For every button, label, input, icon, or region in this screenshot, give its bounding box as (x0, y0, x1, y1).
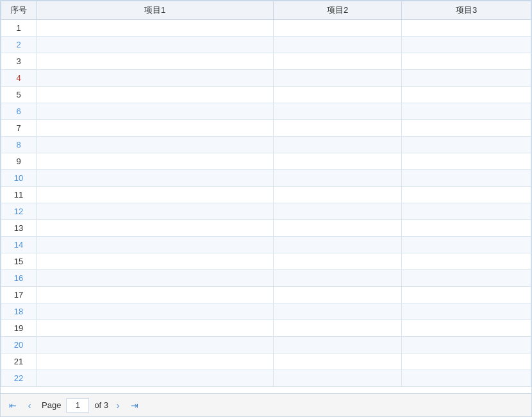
table-row: 10 (1, 170, 531, 187)
item3-cell (402, 237, 531, 253)
item1-cell (37, 170, 274, 187)
seq-cell: 21 (1, 353, 37, 370)
item3-cell (402, 220, 531, 237)
table-row: 15 (1, 253, 531, 270)
item1-cell (37, 270, 274, 287)
item2-cell (274, 137, 402, 153)
item3-cell (402, 53, 531, 70)
item3-cell (402, 287, 531, 303)
item2-cell (274, 353, 402, 370)
item2-cell (274, 37, 402, 53)
item2-cell (274, 70, 402, 87)
item1-cell (37, 320, 274, 337)
col-header-item3: 项目3 (402, 1, 531, 20)
item2-cell (274, 370, 402, 387)
item3-cell (402, 120, 531, 137)
seq-cell: 14 (1, 237, 37, 253)
item3-cell (402, 303, 531, 320)
table-row: 21 (1, 353, 531, 370)
item3-cell (402, 170, 531, 187)
item3-cell (402, 137, 531, 153)
item1-cell (37, 120, 274, 137)
table-row: 22 (1, 370, 531, 387)
item2-cell (274, 320, 402, 337)
seq-cell: 7 (1, 120, 37, 137)
seq-cell: 8 (1, 137, 37, 153)
item3-cell (402, 370, 531, 387)
seq-cell: 13 (1, 220, 37, 237)
prev-page-button[interactable]: ‹ (22, 398, 37, 413)
item2-cell (274, 103, 402, 120)
seq-cell: 16 (1, 270, 37, 287)
seq-cell: 15 (1, 253, 37, 270)
seq-cell: 20 (1, 337, 37, 353)
page-of-text: of 3 (94, 400, 108, 410)
item3-cell (402, 87, 531, 103)
item1-cell (37, 220, 274, 237)
item1-cell (37, 53, 274, 70)
item2-cell (274, 53, 402, 70)
item2-cell (274, 187, 402, 203)
table-row: 14 (1, 237, 531, 253)
last-page-button[interactable]: ⇥ (128, 398, 142, 413)
col-header-item1: 项目1 (37, 1, 274, 20)
seq-cell: 19 (1, 320, 37, 337)
seq-cell: 11 (1, 187, 37, 203)
item2-cell (274, 237, 402, 253)
item3-cell (402, 270, 531, 287)
table-row: 12 (1, 203, 531, 220)
item2-cell (274, 287, 402, 303)
page-input[interactable] (66, 398, 89, 413)
item3-cell (402, 37, 531, 53)
col-header-seq: 序号 (1, 1, 37, 20)
item2-cell (274, 253, 402, 270)
item2-cell (274, 170, 402, 187)
item2-cell (274, 20, 402, 37)
seq-cell: 9 (1, 153, 37, 170)
seq-cell: 4 (1, 70, 37, 87)
item1-cell (37, 20, 274, 37)
table-row: 2 (1, 37, 531, 53)
item1-cell (37, 187, 274, 203)
item2-cell (274, 203, 402, 220)
item1-cell (37, 37, 274, 53)
table-row: 8 (1, 137, 531, 153)
item1-cell (37, 337, 274, 353)
data-table: 序号 项目1 项目2 项目3 1234567891011121314151617… (1, 1, 531, 387)
table-row: 4 (1, 70, 531, 87)
item1-cell (37, 87, 274, 103)
table-row: 20 (1, 337, 531, 353)
table-row: 19 (1, 320, 531, 337)
seq-cell: 18 (1, 303, 37, 320)
seq-cell: 22 (1, 370, 37, 387)
item3-cell (402, 337, 531, 353)
item3-cell (402, 103, 531, 120)
item1-cell (37, 153, 274, 170)
table-row: 13 (1, 220, 531, 237)
table-row: 5 (1, 87, 531, 103)
table-wrapper: 序号 项目1 项目2 项目3 1234567891011121314151617… (1, 1, 531, 393)
item2-cell (274, 87, 402, 103)
first-page-button[interactable]: ⇤ (6, 398, 20, 413)
item3-cell (402, 353, 531, 370)
seq-cell: 17 (1, 287, 37, 303)
table-row: 17 (1, 287, 531, 303)
seq-cell: 6 (1, 103, 37, 120)
item3-cell (402, 203, 531, 220)
table-row: 11 (1, 187, 531, 203)
item3-cell (402, 320, 531, 337)
seq-cell: 5 (1, 87, 37, 103)
item1-cell (37, 237, 274, 253)
table-row: 1 (1, 20, 531, 37)
table-row: 16 (1, 270, 531, 287)
main-container: 序号 项目1 项目2 项目3 1234567891011121314151617… (0, 0, 532, 417)
item1-cell (37, 353, 274, 370)
table-row: 3 (1, 53, 531, 70)
item1-cell (37, 203, 274, 220)
item1-cell (37, 70, 274, 87)
next-page-button[interactable]: › (111, 398, 125, 413)
table-header-row: 序号 项目1 项目2 项目3 (1, 1, 531, 20)
table-row: 18 (1, 303, 531, 320)
item1-cell (37, 137, 274, 153)
item3-cell (402, 187, 531, 203)
